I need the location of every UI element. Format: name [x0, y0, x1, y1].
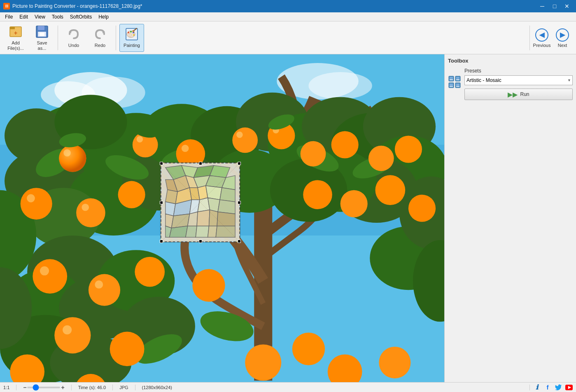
redo-label: Redo	[95, 43, 105, 48]
run-arrow-icon: ▶▶	[508, 91, 518, 98]
menu-softorbits[interactable]: SoftOrbits	[67, 13, 95, 21]
svg-point-98	[137, 136, 143, 142]
svg-marker-146	[208, 226, 217, 237]
svg-point-84	[408, 195, 436, 222]
zoom-level: 1:1	[3, 385, 9, 390]
presets-icon	[448, 75, 461, 89]
run-button[interactable]: ▶▶ Run	[464, 89, 573, 100]
toolbox-title: Toolbox	[448, 58, 573, 64]
handle-tr[interactable]	[238, 162, 241, 165]
handle-bl[interactable]	[160, 240, 163, 243]
title-bar: 🖼 Picture to Painting Converter - orange…	[0, 0, 576, 12]
presets-select-wrapper[interactable]: Artistic - Mosaic Oil Painting Watercolo…	[464, 75, 573, 85]
painting-label: Painting	[124, 43, 140, 48]
canvas-area[interactable]	[0, 54, 444, 382]
menu-edit[interactable]: Edit	[16, 13, 31, 21]
svg-marker-144	[186, 226, 197, 237]
status-sep-4	[135, 385, 135, 390]
svg-point-92	[292, 333, 325, 365]
svg-rect-160	[456, 84, 459, 85]
app-icon: 🖼	[3, 3, 10, 9]
svg-point-97	[63, 149, 71, 156]
redo-icon	[93, 27, 107, 42]
painting-button[interactable]: Painting	[119, 24, 144, 52]
minimize-button[interactable]: ─	[536, 2, 548, 10]
handle-tl[interactable]	[160, 162, 163, 165]
status-sep-5	[529, 385, 530, 390]
zoom-slider[interactable]	[27, 387, 60, 388]
maximize-button[interactable]: □	[549, 2, 560, 10]
svg-rect-154	[456, 77, 459, 79]
menu-tools[interactable]: Tools	[49, 13, 67, 21]
painting-icon	[124, 27, 139, 42]
svg-rect-161	[456, 86, 459, 87]
svg-point-76	[21, 188, 52, 219]
status-sep-2	[71, 385, 72, 390]
twitter-icon[interactable]	[555, 384, 562, 391]
toolbar-sep-1	[58, 26, 58, 50]
dimensions-value: (1280x960x24)	[142, 385, 172, 390]
svg-rect-155	[456, 79, 459, 80]
status-right-section: ℹ f	[529, 384, 573, 391]
info-icon[interactable]: ℹ	[533, 384, 541, 391]
run-label: Run	[520, 91, 529, 97]
close-button[interactable]: ✕	[561, 2, 573, 10]
save-as-icon	[35, 24, 49, 39]
add-file-button[interactable]: + AddFile(s)...	[3, 24, 28, 52]
handle-mr[interactable]	[238, 201, 241, 204]
svg-point-90	[110, 332, 145, 366]
redo-button[interactable]: Redo	[88, 24, 112, 52]
svg-marker-145	[196, 226, 209, 237]
window-title: Picture to Painting Converter - oranges-…	[12, 3, 142, 9]
main-content: Toolbox Pre	[0, 54, 576, 382]
svg-point-87	[135, 257, 165, 287]
menu-help[interactable]: Help	[95, 13, 112, 21]
previous-icon: ◀	[535, 28, 548, 42]
svg-point-106	[63, 325, 72, 334]
svg-marker-143	[170, 226, 188, 237]
svg-point-86	[89, 274, 120, 306]
undo-button[interactable]: Undo	[61, 24, 86, 52]
presets-content: Presets Artistic - Mosaic Oil Painting W…	[464, 68, 573, 100]
presets-select[interactable]: Artistic - Mosaic Oil Painting Watercolo…	[464, 75, 573, 85]
svg-point-103	[82, 204, 89, 211]
handle-br[interactable]	[238, 240, 241, 243]
zoom-plus-button[interactable]: +	[61, 384, 64, 391]
svg-rect-151	[450, 77, 453, 79]
add-file-label: AddFile(s)...	[7, 40, 24, 51]
save-as-button[interactable]: Saveas...	[30, 24, 54, 52]
svg-point-81	[303, 180, 332, 209]
time-value: Time (s): 46.0	[78, 385, 106, 390]
youtube-icon[interactable]	[565, 384, 573, 391]
zoom-controls[interactable]: − +	[23, 384, 64, 391]
svg-rect-6	[40, 33, 44, 36]
facebook-icon[interactable]: f	[544, 384, 551, 391]
svg-marker-139	[197, 210, 210, 226]
svg-point-102	[27, 194, 35, 203]
svg-point-12	[130, 31, 132, 33]
mosaic-overlay[interactable]	[161, 163, 240, 242]
menu-bar: File Edit View Tools SoftOrbits Help	[0, 12, 576, 21]
next-button[interactable]: ▶ Next	[552, 24, 573, 52]
handle-tm[interactable]	[199, 162, 202, 165]
svg-point-72	[301, 141, 326, 167]
zoom-minus-button[interactable]: −	[23, 384, 26, 391]
previous-button[interactable]: ◀ Previous	[532, 24, 552, 52]
svg-point-91	[245, 344, 281, 380]
svg-rect-1	[10, 27, 15, 29]
undo-icon	[66, 27, 81, 42]
handle-bm[interactable]	[199, 240, 202, 243]
menu-view[interactable]: View	[31, 13, 49, 21]
toolbar-right-section: ◀ Previous ▶ Next	[528, 21, 573, 54]
status-sep-3	[112, 385, 113, 390]
svg-point-75	[395, 135, 422, 163]
svg-point-104	[40, 266, 49, 275]
handle-ml[interactable]	[160, 201, 163, 204]
save-as-label: Saveas...	[37, 40, 47, 51]
format-item: JPG	[119, 385, 128, 390]
menu-file[interactable]: File	[2, 13, 16, 21]
previous-label: Previous	[533, 43, 551, 48]
svg-point-67	[59, 145, 86, 172]
svg-point-70	[232, 128, 258, 153]
next-icon: ▶	[556, 28, 569, 42]
